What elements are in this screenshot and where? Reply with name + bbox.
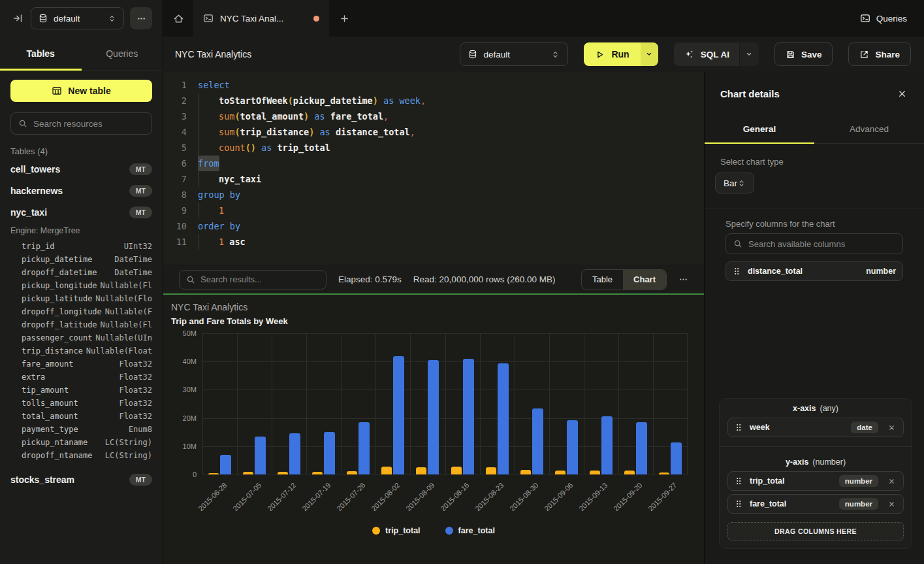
code-line[interactable]: 10order by xyxy=(170,218,704,234)
sidebar-more-button[interactable] xyxy=(130,7,152,29)
tab-nyc-taxi-analytics[interactable]: NYC Taxi Anal... xyxy=(193,0,329,37)
bar-trip_total[interactable] xyxy=(347,471,357,474)
bar-trip_total[interactable] xyxy=(278,472,288,474)
save-button[interactable]: Save xyxy=(774,42,833,66)
bar-trip_total[interactable] xyxy=(659,473,669,474)
results-search-input[interactable] xyxy=(200,274,319,284)
table-item-cell_towers[interactable]: cell_towersMT xyxy=(10,158,152,180)
axis-chip-week[interactable]: weekdate xyxy=(727,418,904,437)
code-line[interactable]: 111 asc xyxy=(170,234,704,250)
drop-zone[interactable]: DRAG COLUMNS HERE xyxy=(727,522,904,540)
bar-trip_total[interactable] xyxy=(381,467,392,474)
bar-fare_total[interactable] xyxy=(428,360,439,474)
sidebar-tab-queries[interactable]: Queries xyxy=(82,37,163,70)
bar-chart-plot[interactable]: 010M20M30M40M50M2015-06-282015-07-052015… xyxy=(202,333,688,474)
code-line[interactable]: 91 xyxy=(170,203,704,218)
columns-search[interactable] xyxy=(725,233,903,254)
bar-trip_total[interactable] xyxy=(486,467,496,474)
chip-type-badge: number xyxy=(839,475,878,487)
bar-fare_total[interactable] xyxy=(289,433,300,474)
code-line[interactable]: 1select xyxy=(170,77,704,93)
new-tab-button[interactable] xyxy=(329,0,359,37)
column-type: Enum8 xyxy=(129,423,152,436)
view-toggle-chart[interactable]: Chart xyxy=(623,270,666,290)
column-name: pickup_datetime xyxy=(22,253,92,266)
new-table-button[interactable]: New table xyxy=(10,80,152,102)
remove-chip-button[interactable] xyxy=(887,476,897,486)
bar-fare_total[interactable] xyxy=(567,420,578,474)
view-toggle-table[interactable]: Table xyxy=(582,270,623,290)
bar-fare_total[interactable] xyxy=(255,437,266,474)
bar-fare_total[interactable] xyxy=(324,432,335,474)
panel-tab-advanced[interactable]: Advanced xyxy=(814,115,924,143)
code-line[interactable]: 4sum(trip_distance) as distance_total, xyxy=(170,124,704,140)
table-item-stocks_stream[interactable]: stocks_streamMT xyxy=(10,469,152,490)
remove-chip-button[interactable] xyxy=(887,499,897,509)
sidebar-tab-tables[interactable]: Tables xyxy=(0,37,82,70)
table-item-hackernews[interactable]: hackernewsMT xyxy=(10,180,152,201)
sidebar-tabs: Tables Queries xyxy=(0,37,163,71)
bar-trip_total[interactable] xyxy=(624,471,635,474)
tab-title: NYC Taxi Anal... xyxy=(220,14,283,24)
sql-ai-button[interactable]: SQL AI xyxy=(674,42,739,66)
bar-fare_total[interactable] xyxy=(220,455,231,474)
bar-fare_total[interactable] xyxy=(532,408,543,474)
bar-fare_total[interactable] xyxy=(463,359,474,474)
chip-name: distance_total xyxy=(748,267,859,276)
run-options-button[interactable] xyxy=(641,42,658,66)
code-line[interactable]: 5count() as trip_total xyxy=(170,140,704,156)
bar-fare_total[interactable] xyxy=(498,363,509,474)
bar-fare_total[interactable] xyxy=(671,442,682,474)
x-axis-label: 2015-08-02 xyxy=(370,481,401,512)
code-line[interactable]: 7nyc_taxi xyxy=(170,171,704,187)
bar-fare_total[interactable] xyxy=(358,422,370,474)
panel-tab-general[interactable]: General xyxy=(705,115,814,143)
home-button[interactable] xyxy=(163,0,193,37)
query-database-selector[interactable]: default xyxy=(460,42,568,66)
legend-item-fare_total[interactable]: fare_total xyxy=(445,526,495,535)
code-line[interactable]: 6from xyxy=(170,156,704,171)
bar-trip_total[interactable] xyxy=(416,467,426,474)
engine-badge: MT xyxy=(129,207,152,218)
bar-fare_total[interactable] xyxy=(636,422,647,474)
chevron-down-icon xyxy=(645,50,653,58)
column-type: Nullable(Float xyxy=(86,344,152,357)
sidebar-search[interactable] xyxy=(10,112,152,135)
bar-trip_total[interactable] xyxy=(208,473,219,474)
bar-trip_total[interactable] xyxy=(520,470,531,474)
sql-editor[interactable]: 1select2toStartOfWeek(pickup_datetime) a… xyxy=(163,72,704,265)
indent-guide xyxy=(198,203,219,218)
tables-section-title: Tables (4) xyxy=(10,146,152,158)
results-more-button[interactable] xyxy=(678,274,688,284)
legend-item-trip_total[interactable]: trip_total xyxy=(372,526,420,535)
bar-trip_total[interactable] xyxy=(243,472,253,474)
bar-trip_total[interactable] xyxy=(555,471,566,474)
sidebar-database-selector[interactable]: default xyxy=(31,7,124,29)
bar-fare_total[interactable] xyxy=(601,416,613,474)
chart-type-select[interactable]: Bar xyxy=(715,173,754,193)
home-icon xyxy=(173,13,184,24)
remove-chip-button[interactable] xyxy=(887,423,897,433)
bar-trip_total[interactable] xyxy=(451,467,462,474)
axis-chip-trip_total[interactable]: trip_totalnumber xyxy=(727,471,904,491)
bar-trip_total[interactable] xyxy=(590,471,600,474)
sql-ai-options-button[interactable] xyxy=(739,42,759,66)
y-axis-tick: 10M xyxy=(183,442,197,450)
table-item-nyc_taxi[interactable]: nyc_taxiMT xyxy=(10,201,152,223)
column-chip-distance_total[interactable]: distance_totalnumber xyxy=(725,261,903,281)
share-button[interactable]: Share xyxy=(848,42,911,66)
run-button[interactable]: Run xyxy=(584,42,640,66)
sidebar-search-input[interactable] xyxy=(33,119,144,129)
columns-search-input[interactable] xyxy=(748,239,895,249)
code-line[interactable]: 3sum(total_amount) as fare_total, xyxy=(170,108,704,124)
results-search[interactable] xyxy=(179,270,327,290)
line-number: 6 xyxy=(170,156,187,171)
bar-fare_total[interactable] xyxy=(393,356,404,474)
collapse-sidebar-button[interactable] xyxy=(10,11,25,25)
code-line[interactable]: 8group by xyxy=(170,187,704,203)
bar-trip_total[interactable] xyxy=(312,472,323,474)
close-panel-button[interactable] xyxy=(897,89,907,99)
code-line[interactable]: 2toStartOfWeek(pickup_datetime) as week, xyxy=(170,93,704,108)
axis-chip-fare_total[interactable]: fare_totalnumber xyxy=(727,494,904,514)
queries-button[interactable]: Queries xyxy=(860,0,907,37)
